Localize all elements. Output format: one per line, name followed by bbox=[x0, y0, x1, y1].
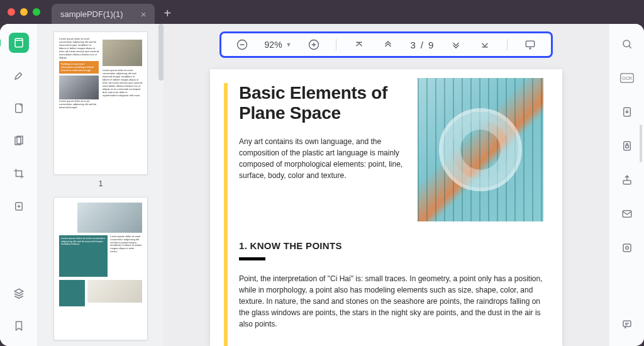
search-button[interactable] bbox=[617, 34, 637, 54]
thumb-callout: Building environment information modelin… bbox=[59, 61, 99, 74]
total-pages: 9 bbox=[428, 40, 433, 50]
thumbnail-page-1[interactable]: Lorem ipsum dolor sit amet consectetur a… bbox=[53, 31, 148, 175]
bookmark-tool[interactable] bbox=[9, 316, 29, 336]
thumbnail-panel: Lorem ipsum dolor sit amet consectetur a… bbox=[38, 24, 164, 346]
toolbar-divider bbox=[336, 39, 336, 50]
ocr-button[interactable]: OCR bbox=[617, 68, 637, 88]
page-title: Basic Elements of Plane Space bbox=[239, 83, 406, 123]
next-page-button[interactable] bbox=[449, 38, 463, 52]
zoom-in-button[interactable] bbox=[307, 38, 321, 52]
section-1-body: Point, the interpretation of "Ci Hai" is… bbox=[239, 273, 543, 330]
thumbnails-tool[interactable] bbox=[9, 33, 29, 53]
page-separator: / bbox=[421, 40, 423, 50]
view-toolbar: 92% ▼ 3 / 9 bbox=[219, 31, 553, 58]
svg-rect-0 bbox=[15, 38, 23, 47]
layers-tool[interactable] bbox=[9, 283, 29, 303]
current-page: 3 bbox=[410, 40, 415, 50]
intro-paragraph: Any art contains its own language, and t… bbox=[239, 136, 406, 181]
hero-image bbox=[418, 78, 543, 221]
highlighter-tool[interactable] bbox=[9, 65, 29, 86]
svg-rect-16 bbox=[623, 244, 631, 252]
thumbnail-scrollbar[interactable] bbox=[158, 24, 164, 81]
comments-button[interactable] bbox=[617, 315, 637, 335]
new-tab-button[interactable]: + bbox=[155, 6, 180, 21]
svg-rect-13 bbox=[625, 145, 628, 148]
heading-rule bbox=[239, 257, 265, 260]
zoom-select[interactable]: 92% ▼ bbox=[265, 40, 292, 50]
convert-button[interactable] bbox=[617, 102, 637, 122]
zoom-value: 92% bbox=[265, 40, 282, 50]
first-page-button[interactable] bbox=[352, 38, 366, 52]
document-viewport: 92% ▼ 3 / 9 bbox=[164, 24, 609, 346]
right-rail-scrollbar[interactable] bbox=[640, 125, 642, 162]
export-tool[interactable] bbox=[9, 196, 29, 216]
svg-rect-7 bbox=[526, 41, 534, 47]
svg-point-17 bbox=[625, 247, 628, 250]
svg-rect-14 bbox=[623, 181, 631, 184]
last-page-button[interactable] bbox=[478, 38, 492, 52]
svg-text:OCR: OCR bbox=[622, 76, 632, 81]
prev-page-button[interactable] bbox=[381, 38, 395, 52]
minimize-window-button[interactable] bbox=[20, 8, 28, 16]
document-tab[interactable]: samplePDF(1)(1) × bbox=[52, 4, 155, 24]
toolbar-divider bbox=[507, 39, 508, 50]
zoom-out-button[interactable] bbox=[235, 38, 249, 52]
titlebar: samplePDF(1)(1) × + bbox=[0, 0, 644, 24]
section-1-heading: 1. KNOW THE POINTS bbox=[239, 240, 543, 251]
page-indicator[interactable]: 3 / 9 bbox=[410, 40, 433, 50]
close-tab-button[interactable]: × bbox=[141, 9, 147, 20]
pdf-page: Basic Elements of Plane Space Any art co… bbox=[210, 69, 562, 346]
chevron-down-icon: ▼ bbox=[286, 42, 292, 48]
close-window-button[interactable] bbox=[8, 8, 15, 16]
cloud-save-button[interactable] bbox=[617, 238, 637, 258]
mail-button[interactable] bbox=[617, 204, 637, 224]
presentation-button[interactable] bbox=[523, 38, 537, 52]
thumbnail-page-number: 1 bbox=[45, 179, 156, 188]
svg-point-8 bbox=[623, 40, 630, 47]
right-tool-rail: OCR bbox=[609, 24, 644, 346]
protect-button[interactable] bbox=[617, 136, 637, 156]
page-accent-bar bbox=[224, 83, 228, 346]
thumbnail-page-2[interactable]: Lorem ipsum dolor sit amet consectetur a… bbox=[53, 197, 148, 340]
annotate-tool[interactable] bbox=[9, 98, 29, 118]
share-button[interactable] bbox=[617, 170, 637, 190]
crop-tool[interactable] bbox=[9, 164, 29, 184]
maximize-window-button[interactable] bbox=[33, 8, 40, 16]
app-body: Lorem ipsum dolor sit amet consectetur a… bbox=[0, 24, 644, 346]
tab-title: samplePDF(1)(1) bbox=[60, 9, 123, 19]
window-controls bbox=[8, 8, 52, 16]
pages-tool[interactable] bbox=[9, 131, 29, 151]
app-brand-badge bbox=[614, 4, 635, 16]
left-tool-rail bbox=[0, 24, 38, 346]
